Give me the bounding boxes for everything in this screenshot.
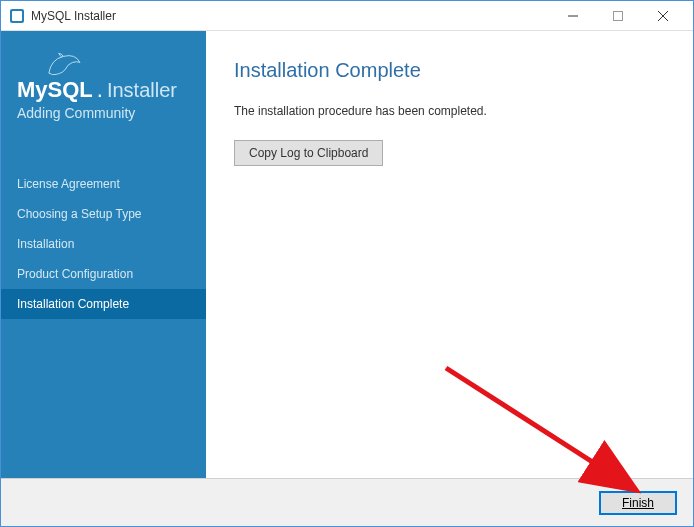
close-icon bbox=[658, 11, 668, 21]
page-description: The installation procedure has been comp… bbox=[234, 104, 665, 118]
sidebar-item-installation: Installation bbox=[1, 229, 206, 259]
sidebar-item-product-config: Product Configuration bbox=[1, 259, 206, 289]
brand-subtitle: Adding Community bbox=[17, 105, 190, 121]
maximize-button[interactable] bbox=[595, 2, 640, 30]
svg-rect-1 bbox=[12, 11, 22, 21]
brand-mysql: MySQL bbox=[17, 77, 93, 103]
brand-block: MySQL. Installer Adding Community bbox=[1, 43, 206, 139]
body-area: MySQL. Installer Adding Community Licens… bbox=[1, 31, 693, 478]
main-panel: Installation Complete The installation p… bbox=[206, 31, 693, 478]
sidebar-item-label: License Agreement bbox=[17, 177, 120, 191]
sidebar-spacer bbox=[1, 139, 206, 169]
window-controls bbox=[550, 2, 685, 30]
copy-log-button[interactable]: Copy Log to Clipboard bbox=[234, 140, 383, 166]
finish-button[interactable]: Finish bbox=[599, 491, 677, 515]
footer-bar: Finish bbox=[1, 478, 693, 526]
page-title: Installation Complete bbox=[234, 59, 665, 82]
sidebar-item-setup-type: Choosing a Setup Type bbox=[1, 199, 206, 229]
window-title: MySQL Installer bbox=[31, 9, 550, 23]
sidebar-item-label: Installation Complete bbox=[17, 297, 129, 311]
titlebar: MySQL Installer bbox=[1, 1, 693, 31]
brand-installer: Installer bbox=[107, 79, 177, 102]
maximize-icon bbox=[613, 11, 623, 21]
sidebar: MySQL. Installer Adding Community Licens… bbox=[1, 31, 206, 478]
sidebar-item-license: License Agreement bbox=[1, 169, 206, 199]
sidebar-item-label: Installation bbox=[17, 237, 74, 251]
dolphin-icon bbox=[45, 51, 83, 77]
sidebar-item-installation-complete: Installation Complete bbox=[1, 289, 206, 319]
minimize-icon bbox=[568, 11, 578, 21]
svg-rect-3 bbox=[613, 11, 622, 20]
installer-window: MySQL Installer MySQL. Installer bbox=[0, 0, 694, 527]
brand-dot: . bbox=[97, 77, 103, 103]
close-button[interactable] bbox=[640, 2, 685, 30]
finish-button-label: Finish bbox=[622, 496, 654, 510]
minimize-button[interactable] bbox=[550, 2, 595, 30]
brand-line: MySQL. Installer bbox=[17, 77, 190, 103]
sidebar-item-label: Choosing a Setup Type bbox=[17, 207, 142, 221]
app-icon bbox=[9, 8, 25, 24]
sidebar-item-label: Product Configuration bbox=[17, 267, 133, 281]
